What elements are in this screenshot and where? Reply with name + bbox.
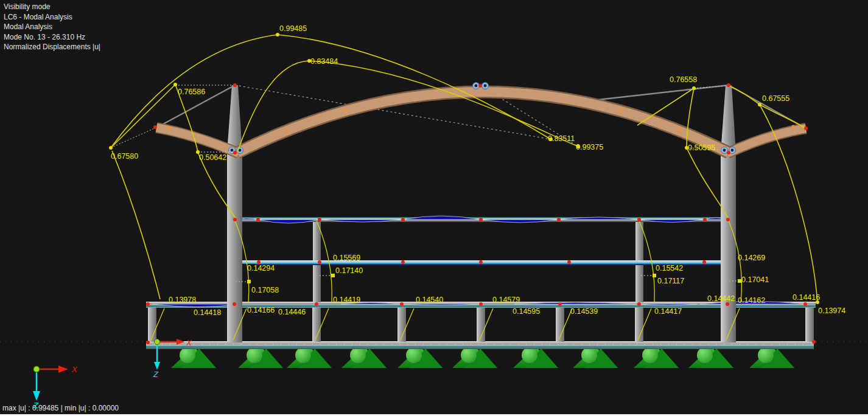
column-member[interactable]	[635, 264, 643, 302]
fe-node[interactable]	[478, 84, 482, 88]
displacement-label: 0.14162	[738, 296, 765, 305]
info-line-load-case: LC6 - Modal Analysis	[4, 12, 100, 23]
fe-node[interactable]	[479, 218, 483, 221]
hinge-pin-icon	[723, 149, 726, 152]
fe-node[interactable]	[401, 218, 405, 221]
fe-node[interactable]	[803, 302, 807, 306]
support-ball-icon	[461, 347, 477, 363]
fe-node[interactable]	[233, 302, 236, 306]
fe-node[interactable]	[703, 218, 707, 221]
info-line-mode-frequency: Mode No. 13 - 26.310 Hz	[4, 32, 100, 43]
displacement-label: 0.17140	[335, 266, 363, 275]
hinge-pin-icon	[231, 149, 234, 152]
fe-node[interactable]	[400, 302, 404, 306]
viewport-origin-dot	[33, 366, 40, 372]
displacement-label: 0.67555	[762, 94, 789, 103]
fe-node[interactable]	[479, 302, 483, 306]
fe-node[interactable]	[557, 218, 561, 221]
analysis-info-panel: Visibility mode LC6 - Modal Analysis Mod…	[4, 2, 100, 52]
fe-node[interactable]	[233, 151, 237, 154]
column-member[interactable]	[313, 264, 321, 302]
support-ball-icon	[406, 347, 422, 363]
nodal-support[interactable]	[634, 347, 679, 368]
member-intermediate-node[interactable]	[678, 129, 681, 132]
fe-node[interactable]	[727, 83, 730, 87]
nodal-support[interactable]	[171, 347, 216, 368]
fe-node[interactable]	[256, 218, 260, 221]
member-intermediate-node[interactable]	[344, 109, 347, 112]
fe-node[interactable]	[146, 341, 150, 344]
fe-node[interactable]	[146, 302, 150, 306]
displacement-label: 0.14442	[707, 294, 735, 303]
mode-lobe	[258, 220, 320, 223]
fe-node[interactable]	[812, 340, 816, 344]
fe-node[interactable]	[804, 127, 808, 130]
nodal-support[interactable]	[573, 347, 618, 368]
fe-node[interactable]	[727, 151, 730, 154]
displacement-label: 0.83484	[310, 57, 338, 66]
support-ball-icon	[758, 347, 774, 363]
support-ball-icon	[247, 347, 262, 363]
column-member[interactable]	[805, 308, 814, 342]
displacement-label: 0.14166	[247, 306, 275, 314]
support-ball-icon	[350, 347, 366, 363]
nodal-support[interactable]	[452, 347, 497, 368]
fe-node[interactable]	[315, 302, 318, 306]
fe-node[interactable]	[726, 218, 730, 221]
support-group[interactable]	[171, 347, 794, 368]
base-beam[interactable]	[146, 341, 814, 349]
mode-shape-vertex-dot	[653, 274, 656, 277]
member-intermediate-node[interactable]	[620, 109, 623, 112]
support-ball-icon	[581, 347, 597, 363]
fe-node[interactable]	[153, 125, 157, 129]
member-intermediate-node[interactable]	[285, 129, 289, 132]
displacement-label: 0.14539	[570, 307, 598, 316]
hinge-pin-icon	[731, 149, 734, 152]
right-roof-wing-beam[interactable]	[727, 128, 806, 153]
fe-node[interactable]	[401, 260, 405, 264]
fe-node[interactable]	[318, 218, 321, 221]
displacement-label: 0.17058	[251, 286, 279, 294]
fe-node[interactable]	[558, 302, 562, 306]
structure-scene[interactable]: 0.994850.834840.765860.675800.506420.765…	[0, 0, 868, 416]
viewport-axes-gizmo: X Z	[33, 365, 78, 410]
displacement-label: 0.14446	[278, 308, 306, 316]
nodal-support[interactable]	[397, 347, 443, 368]
model-viewport[interactable]: 0.994850.834840.765860.675800.506420.765…	[0, 0, 868, 416]
member-intermediate-node[interactable]	[792, 125, 795, 128]
fe-node[interactable]	[702, 260, 706, 264]
nodal-support[interactable]	[238, 347, 283, 368]
mode-shape-vertex-dot	[692, 86, 696, 90]
fe-node[interactable]	[233, 83, 237, 87]
nodal-support[interactable]	[688, 347, 733, 368]
displacement-label: 0.14419	[333, 296, 360, 304]
displacement-label: 0.99375	[576, 143, 603, 151]
displacement-label: 0.17041	[741, 276, 769, 284]
displacement-label: 0.13978	[169, 296, 196, 304]
fe-node[interactable]	[479, 260, 483, 264]
nodal-support[interactable]	[341, 347, 387, 368]
displacement-label: 0.50642	[199, 153, 226, 162]
member-intermediate-node[interactable]	[167, 127, 170, 130]
fe-node[interactable]	[637, 218, 641, 221]
nodal-support[interactable]	[287, 347, 332, 368]
model-axis-z-label: Z	[153, 370, 159, 379]
displacement-label: 0.14269	[738, 254, 765, 262]
displacement-label: 0.67580	[111, 152, 138, 161]
support-ball-icon	[697, 347, 713, 363]
displacement-label: 0.14579	[492, 296, 520, 304]
fe-node[interactable]	[318, 260, 321, 264]
support-ball-icon	[522, 347, 537, 363]
status-max-min-text: max |u| : 0.99485 | min |u| : 0.00000	[2, 404, 119, 412]
displacement-label: 0.99485	[279, 24, 307, 33]
fe-node[interactable]	[637, 302, 641, 306]
displacement-label: 0.50595	[688, 144, 715, 152]
displacement-label: 0.14294	[247, 264, 275, 272]
fe-node[interactable]	[567, 260, 571, 264]
displacement-label: 0.15569	[333, 254, 360, 262]
nodal-support[interactable]	[749, 347, 794, 368]
mode-shape-vertex-dot	[758, 103, 761, 106]
info-line-analysis-type: Modal Analysis	[4, 22, 100, 32]
nodal-support[interactable]	[513, 347, 558, 368]
fe-node[interactable]	[233, 218, 237, 221]
